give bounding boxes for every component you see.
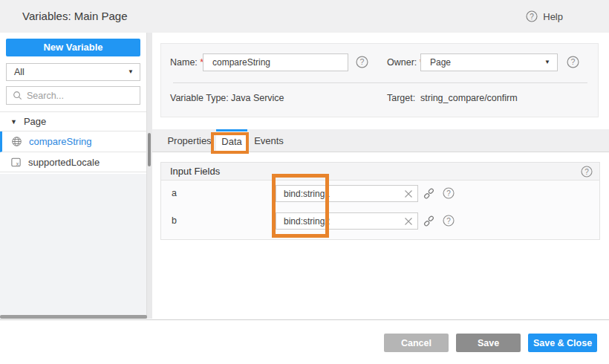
svg-text:x: x	[16, 160, 19, 166]
name-label: Name: *	[170, 53, 203, 71]
svg-text:?: ?	[571, 57, 576, 66]
input-fields-header: Input Fields ?	[161, 163, 599, 181]
owner-dropdown[interactable]: Page ▼	[420, 53, 558, 71]
tree-group-page[interactable]: ▼ Page	[0, 111, 146, 131]
tab-events[interactable]: Events	[247, 129, 290, 152]
chevron-down-icon: ▼	[128, 64, 134, 80]
svg-text:?: ?	[530, 13, 534, 21]
header-bar: Variables: Main Page ? Help	[0, 0, 609, 33]
detail-tabbar: Properties Data Events	[152, 129, 609, 152]
tree-item-label: supportedLocale	[28, 157, 100, 168]
field-b-label: b	[172, 212, 177, 230]
field-b-bind-input[interactable]	[276, 212, 418, 230]
save-and-close-button[interactable]: Save & Close	[528, 334, 597, 352]
new-variable-button[interactable]: New Variable	[6, 39, 140, 56]
tab-data[interactable]: Data	[216, 129, 247, 152]
help-label: Help	[543, 11, 563, 22]
owner-value: Page	[430, 57, 451, 68]
form-divider	[173, 82, 587, 83]
variables-editor-window: Variables: Main Page ? Help New Variable…	[0, 0, 609, 364]
owner-help-icon[interactable]: ?	[567, 56, 579, 68]
cancel-button[interactable]: Cancel	[384, 334, 449, 352]
tree-item-label: compareString	[29, 136, 92, 147]
svg-text:?: ?	[446, 217, 451, 225]
input-fields-help-icon[interactable]: ?	[581, 166, 593, 178]
svg-text:?: ?	[584, 168, 589, 176]
vertical-scrollbar-thumb[interactable]	[148, 133, 151, 166]
variables-sidebar: New Variable All ▼ ▼ Page compareString	[0, 33, 146, 319]
horizontal-scrollbar-thumb[interactable]	[0, 315, 147, 319]
field-a-label: a	[172, 185, 177, 202]
help-button[interactable]: ? Help	[526, 0, 563, 33]
variable-filter-dropdown[interactable]: All ▼	[6, 63, 140, 81]
footer-bar: Cancel Save Save & Close	[0, 319, 609, 364]
name-input[interactable]	[203, 53, 348, 71]
svg-text:?: ?	[446, 189, 451, 198]
sidebar-empty-area	[0, 174, 146, 319]
variables-tree: ▼ Page compareString x supportedLocale	[0, 111, 146, 172]
save-button[interactable]: Save	[456, 334, 521, 352]
java-service-globe-icon	[11, 136, 22, 147]
input-fields-title: Input Fields	[170, 163, 220, 181]
field-a-clear-icon[interactable]	[404, 189, 413, 198]
input-fields-panel: Input Fields ? a ? b	[160, 162, 600, 240]
field-b-clear-icon[interactable]	[404, 217, 413, 226]
tree-expander-icon[interactable]: ▼	[10, 118, 17, 126]
variable-x-icon: x	[10, 157, 22, 168]
variable-filter-value: All	[14, 67, 25, 77]
variable-detail-pane: Name: * ? Owner: * Page ▼ ? Variable Typ…	[152, 33, 609, 319]
field-b-bind-link-icon[interactable]	[423, 215, 434, 227]
variable-type-label: Variable Type:	[170, 93, 229, 103]
help-circle-icon: ?	[526, 10, 538, 22]
tree-item-comparestring[interactable]: compareString	[0, 131, 146, 152]
search-input[interactable]	[27, 91, 134, 101]
target-label: Target:	[387, 93, 415, 103]
page-title: Variables: Main Page	[22, 0, 127, 33]
field-a-bind-input[interactable]	[276, 185, 418, 202]
field-b-help-icon[interactable]: ?	[443, 215, 455, 227]
field-a-help-icon[interactable]: ?	[443, 187, 455, 200]
tree-group-label: Page	[24, 116, 46, 127]
chevron-down-icon: ▼	[544, 54, 550, 71]
owner-label: Owner: *	[387, 53, 423, 71]
vertical-scrollbar-track[interactable]	[146, 33, 152, 319]
search-icon	[13, 91, 22, 100]
svg-text:?: ?	[360, 57, 365, 66]
name-help-icon[interactable]: ?	[356, 56, 368, 68]
variable-summary-form: Name: * ? Owner: * Page ▼ ? Variable Typ…	[160, 43, 599, 117]
tree-item-supportedlocale[interactable]: x supportedLocale	[0, 152, 146, 172]
tab-properties[interactable]: Properties	[163, 129, 216, 152]
target-value: string_compare/confirm	[420, 93, 518, 103]
variable-type-value: Java Service	[231, 93, 284, 103]
field-a-bind-link-icon[interactable]	[423, 188, 434, 199]
search-box	[6, 86, 140, 105]
